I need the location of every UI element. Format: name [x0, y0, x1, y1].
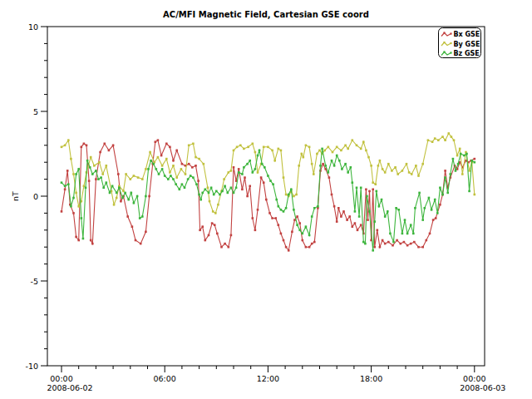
data-point-marker	[321, 148, 323, 150]
data-point-marker	[387, 210, 389, 213]
data-point-marker	[86, 145, 88, 147]
series-markers	[61, 132, 475, 214]
data-point-marker	[257, 171, 259, 174]
data-point-marker	[195, 165, 197, 167]
series-by-gse	[61, 132, 475, 214]
data-point-marker	[350, 166, 352, 169]
data-point-marker	[201, 192, 204, 195]
data-point-marker	[95, 178, 97, 180]
data-point-marker	[394, 166, 397, 169]
data-point-marker	[137, 176, 140, 179]
data-point-marker	[264, 166, 266, 169]
data-point-marker	[421, 219, 424, 221]
data-point-marker	[273, 160, 276, 162]
y-tick-label: 10	[28, 22, 38, 32]
data-point-marker	[434, 199, 436, 201]
page-title: AC/MFI Magnetic Field, Cartesian GSE coo…	[163, 10, 369, 19]
data-point-marker	[308, 234, 311, 237]
data-point-marker	[401, 233, 404, 235]
data-point-marker	[116, 192, 118, 195]
data-point-marker	[210, 187, 213, 190]
data-point-marker	[66, 170, 69, 172]
data-point-marker	[215, 190, 218, 193]
data-point-marker	[365, 189, 367, 191]
data-point-marker	[160, 155, 163, 157]
data-point-marker	[113, 204, 116, 206]
data-point-marker	[61, 210, 63, 213]
data-point-marker	[198, 158, 200, 160]
data-point-marker	[322, 163, 324, 165]
data-point-marker	[135, 239, 137, 242]
data-point-marker	[204, 189, 207, 191]
data-point-marker	[172, 165, 175, 167]
data-point-marker	[121, 197, 124, 200]
data-point-marker	[239, 145, 242, 147]
data-point-marker	[214, 212, 217, 214]
data-point-marker	[455, 170, 457, 172]
data-point-marker	[308, 246, 311, 249]
x-tick-label: 12:00	[257, 374, 279, 383]
data-point-marker	[97, 178, 100, 180]
data-point-marker	[197, 180, 200, 182]
data-point-marker	[367, 219, 369, 221]
data-point-marker	[227, 192, 229, 195]
data-point-marker	[291, 231, 293, 234]
data-point-marker	[340, 215, 342, 218]
data-point-marker	[391, 170, 393, 172]
data-point-marker	[230, 234, 233, 237]
data-point-marker	[364, 243, 367, 245]
x-date-label: 2008-06-02	[47, 383, 92, 392]
data-point-marker	[311, 163, 313, 165]
data-point-marker	[272, 183, 274, 185]
data-point-marker	[293, 209, 295, 211]
data-point-marker	[106, 165, 108, 167]
data-point-marker	[347, 171, 349, 174]
data-point-marker	[145, 168, 147, 170]
data-point-marker	[368, 210, 371, 213]
series-bz-gse	[61, 148, 475, 252]
data-point-marker	[411, 173, 413, 175]
data-point-marker	[181, 163, 184, 165]
data-point-marker	[233, 166, 235, 169]
data-point-marker	[72, 173, 75, 175]
data-point-marker	[333, 165, 336, 167]
data-point-marker	[296, 224, 298, 226]
data-point-marker	[384, 243, 387, 245]
data-point-marker	[278, 205, 280, 208]
data-point-marker	[246, 163, 249, 165]
data-point-marker	[288, 194, 290, 196]
data-point-marker	[133, 202, 135, 204]
data-point-marker	[367, 156, 370, 159]
data-point-marker	[415, 165, 417, 167]
data-point-marker	[141, 178, 144, 180]
data-point-marker	[211, 222, 214, 224]
data-point-marker	[85, 187, 87, 190]
data-point-marker	[428, 197, 431, 200]
data-point-marker	[246, 195, 249, 198]
data-point-marker	[285, 207, 288, 209]
plot-window: AC/MFI Magnetic Field, Cartesian GSE coo…	[0, 0, 532, 399]
y-tick-label: 5	[33, 107, 38, 116]
data-point-marker	[302, 233, 304, 235]
data-point-marker	[360, 187, 362, 190]
data-point-marker	[336, 155, 338, 157]
data-point-marker	[190, 175, 192, 177]
data-point-marker	[127, 199, 130, 201]
data-point-marker	[180, 168, 183, 170]
data-point-marker	[354, 210, 357, 213]
y-axis-unit-label: nT	[11, 191, 20, 201]
legend-marker-icon	[450, 32, 451, 34]
legend: Bx GSEBy GSEBz GSE	[439, 28, 481, 58]
data-point-marker	[169, 146, 171, 149]
data-point-marker	[435, 217, 437, 219]
data-point-marker	[382, 168, 384, 170]
y-tick-label: -10	[25, 362, 38, 371]
data-point-marker	[187, 178, 190, 180]
data-point-marker	[99, 151, 101, 154]
data-point-marker	[403, 241, 406, 244]
legend-marker-icon	[443, 32, 445, 33]
data-point-marker	[184, 187, 186, 190]
data-point-marker	[230, 170, 233, 172]
data-point-marker	[278, 224, 280, 226]
data-point-marker	[267, 175, 269, 177]
